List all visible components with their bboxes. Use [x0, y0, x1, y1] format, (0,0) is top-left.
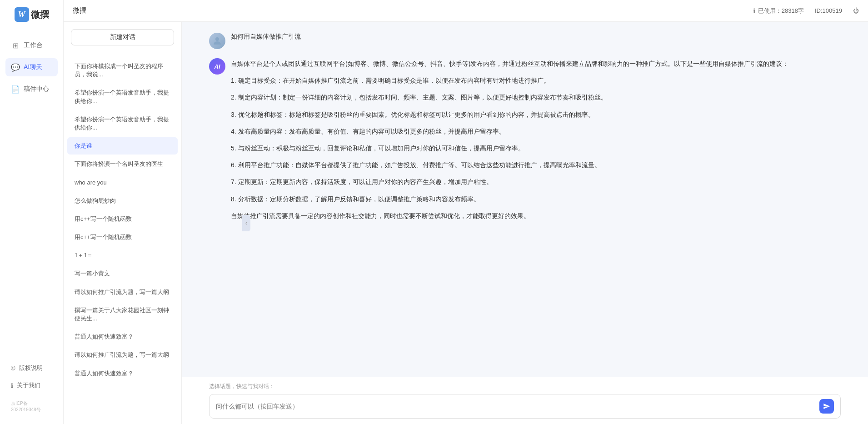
about-label: 关于我们: [17, 381, 40, 389]
ai-point-6: 6. 利用平台推广功能：自媒体平台都提供了推广功能，如广告投放、付费推广等。可以…: [231, 160, 841, 171]
chat-item-2[interactable]: 希望你扮演一个英语发音助手，我提供给你...: [67, 84, 178, 110]
chat-item-16[interactable]: 普通人如何快速致富？: [67, 365, 178, 382]
ai-point-5: 5. 与粉丝互动：积极与粉丝互动，回复评论和私信，可以增加用户对你的认可和信任，…: [231, 143, 841, 154]
main-wrapper: 微撰 ℹ 已使用：28318字 ID:100519 ⏻ 新建对话 下面你将模拟成…: [64, 0, 868, 424]
content-area: 新建对话 下面你将模拟成一个叫圣友的程序员，我说... 希望你扮演一个英语发音助…: [64, 22, 868, 424]
chat-main: 如何用自媒体做推广引流 AI 自媒体平台是个人或团队通过互联网平台(如博客、微博…: [182, 22, 868, 424]
input-box-wrapper: [209, 394, 841, 419]
new-chat-button[interactable]: 新建对话: [71, 29, 174, 45]
topbar: 微撰 ℹ 已使用：28318字 ID:100519 ⏻: [64, 0, 868, 22]
chat-input[interactable]: [216, 403, 816, 410]
chat-list-header: 新建对话: [64, 22, 181, 53]
ai-response-content: 自媒体平台是个人或团队通过互联网平台(如博客、微博、微信公众号、抖音、快手等)发…: [231, 58, 841, 227]
ai-conclusion: 自媒体推广引流需要具备一定的内容创作和社交能力，同时也需要不断尝试和优化，才能取…: [231, 210, 841, 222]
ai-point-3: 3. 优化标题和标签：标题和标签是吸引粉丝的重要因素。优化标题和标签可以让更多的…: [231, 109, 841, 120]
ai-point-2: 2. 制定内容计划：制定一份详细的内容计划，包括发布时间、频率、主题、文案、图片…: [231, 92, 841, 103]
copyright-icon: ©: [11, 365, 15, 372]
nav-items: ⊞ 工作台 💬 AI聊天 📄 稿件中心: [0, 36, 63, 360]
ai-avatar: AI: [209, 58, 225, 75]
chat-items: 下面你将模拟成一个叫圣友的程序员，我说... 希望你扮演一个英语发音助手，我提供…: [64, 53, 181, 424]
usage-icon: ℹ: [753, 7, 755, 15]
chat-item-14[interactable]: 普通人如何快速致富？: [67, 328, 178, 345]
input-area: 选择话题，快速与我对话：: [182, 377, 868, 424]
power-icon[interactable]: ⏻: [853, 7, 859, 14]
logo: W 微撰: [15, 7, 49, 22]
about-icon: ℹ: [11, 382, 13, 389]
copyright-label: 版权说明: [19, 364, 43, 372]
logo-text: 微撰: [31, 9, 49, 21]
chat-item-6[interactable]: who are you: [67, 174, 178, 191]
chat-item-15[interactable]: 请以如何推广引流为题，写一篇大纲: [67, 346, 178, 364]
quick-topics-label: 选择话题，快速与我对话：: [209, 383, 841, 390]
drafts-icon: 📄: [11, 85, 20, 94]
sidebar-item-about[interactable]: ℹ 关于我们: [5, 378, 58, 393]
chat-item-13[interactable]: 撰写一篇关于八大家花园社区一刻钟便民生...: [67, 302, 178, 327]
chat-item-11[interactable]: 写一篇小黄文: [67, 265, 178, 282]
ai-avatar-letter: AI: [215, 63, 220, 70]
collapse-button[interactable]: ‹: [242, 215, 250, 231]
usage-text: 已使用：28318字: [758, 7, 804, 15]
ai-intro: 自媒体平台是个人或团队通过互联网平台(如博客、微博、微信公众号、抖音、快手等)发…: [231, 58, 841, 70]
user-message-content: 如何用自媒体做推广引流: [231, 33, 841, 41]
ai-point-7: 7. 定期更新：定期更新内容，保持活跃度，可以让用户对你的内容产生兴趣，增加用户…: [231, 176, 841, 188]
chat-item-10[interactable]: 1＋1＝: [67, 247, 178, 264]
id-text: ID:100519: [815, 7, 842, 14]
sidebar-item-copyright[interactable]: © 版权说明: [5, 360, 58, 376]
user-message: 如何用自媒体做推广引流: [209, 33, 841, 49]
sidebar-item-label-drafts: 稿件中心: [24, 85, 49, 93]
usage-info: ℹ 已使用：28318字: [753, 7, 804, 15]
ai-chat-icon: 💬: [11, 63, 20, 72]
ai-point-1: 1. 确定目标受众：在开始自媒体推广引流之前，需要明确目标受众是谁，以便在发布内…: [231, 75, 841, 86]
workbench-icon: ⊞: [11, 41, 20, 50]
chat-item-5[interactable]: 下面你将扮演一个名叫圣友的医生: [67, 155, 178, 173]
user-avatar: [209, 33, 225, 49]
chat-item-1[interactable]: 下面你将模拟成一个叫圣友的程序员，我说...: [67, 58, 178, 83]
sidebar-item-label-ai-chat: AI聊天: [24, 63, 42, 71]
icp-text: 京ICP备2022019348号: [5, 397, 58, 417]
send-icon: [823, 403, 830, 410]
chat-item-3[interactable]: 希望你扮演一个英语发音助手，我提供给你...: [67, 111, 178, 136]
sidebar-item-drafts[interactable]: 📄 稿件中心: [5, 80, 58, 98]
chat-item-9[interactable]: 用c++写一个随机函数: [67, 229, 178, 246]
chat-item-8[interactable]: 用c++写一个随机函数: [67, 210, 178, 228]
chat-list: 新建对话 下面你将模拟成一个叫圣友的程序员，我说... 希望你扮演一个英语发音助…: [64, 22, 182, 424]
ai-point-4: 4. 发布高质量内容：发布高质量、有价值、有趣的内容可以吸引更多的粉丝，并提高用…: [231, 126, 841, 137]
sidebar-item-ai-chat[interactable]: 💬 AI聊天: [5, 58, 58, 76]
logo-icon: W: [15, 7, 29, 22]
sidebar-item-label-workbench: 工作台: [24, 41, 43, 50]
user-message-text: 如何用自媒体做推广引流: [231, 30, 301, 40]
messages-area: 如何用自媒体做推广引流 AI 自媒体平台是个人或团队通过互联网平台(如博客、微博…: [182, 22, 868, 377]
ai-message: AI 自媒体平台是个人或团队通过互联网平台(如博客、微博、微信公众号、抖音、快手…: [209, 58, 841, 227]
sidebar-item-workbench[interactable]: ⊞ 工作台: [5, 36, 58, 55]
sidebar-bottom: © 版权说明 ℹ 关于我们 京ICP备2022019348号: [0, 360, 63, 417]
topbar-title: 微撰: [73, 6, 86, 15]
topbar-right: ℹ 已使用：28318字 ID:100519 ⏻: [753, 7, 859, 15]
chat-item-12[interactable]: 请以如何推广引流为题，写一篇大纲: [67, 284, 178, 301]
sidebar: W 微撰 ⊞ 工作台 💬 AI聊天 📄 稿件中心 © 版权说明 ℹ 关于我们 京…: [0, 0, 64, 424]
chat-item-7[interactable]: 怎么做狗屁炒肉: [67, 192, 178, 210]
chat-item-4[interactable]: 你是谁: [67, 137, 178, 155]
logo-letter: W: [18, 10, 25, 20]
svg-point-0: [215, 37, 219, 41]
send-button[interactable]: [819, 399, 834, 414]
ai-point-8: 8. 分析数据：定期分析数据，了解用户反馈和喜好，以便调整推广策略和内容发布频率…: [231, 194, 841, 205]
